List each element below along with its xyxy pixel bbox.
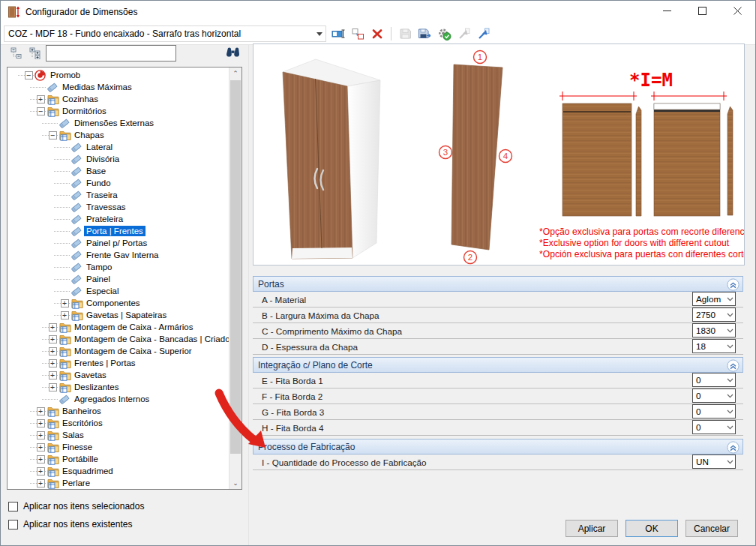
collapse-section-button[interactable] bbox=[727, 359, 740, 372]
scrollbar-thumb[interactable] bbox=[230, 80, 241, 454]
expand-toggle[interactable]: + bbox=[37, 467, 45, 476]
expand-toggle[interactable]: + bbox=[49, 359, 57, 368]
window-title: Configurador de Dimensões bbox=[26, 7, 137, 17]
tree-item[interactable]: +Escritórios bbox=[8, 417, 229, 429]
cancel-button[interactable]: Cancelar bbox=[686, 520, 738, 537]
expand-toggle[interactable]: + bbox=[37, 407, 45, 416]
expand-toggle[interactable]: + bbox=[61, 311, 69, 320]
tree-item[interactable]: Agregados Internos bbox=[8, 393, 229, 405]
tree-item[interactable]: Base bbox=[8, 165, 229, 177]
forward-blue-icon[interactable] bbox=[476, 26, 490, 41]
expand-toggle[interactable]: + bbox=[37, 479, 45, 488]
preset-combobox-value: COZ - MDF 18 - Fundo encaixado - Sarrafo… bbox=[4, 28, 314, 39]
tree-item[interactable]: Traseira bbox=[8, 189, 229, 201]
tree-item[interactable]: +Montagem de Caixa - Armários bbox=[8, 321, 229, 333]
tree-item[interactable]: +Frentes | Portas bbox=[8, 357, 229, 369]
tree-item[interactable]: +Portábille bbox=[8, 453, 229, 465]
expand-toggle[interactable]: − bbox=[25, 71, 33, 80]
apply-button[interactable]: Aplicar bbox=[566, 520, 618, 537]
tree-item[interactable]: +Gavetas | Sapateiras bbox=[8, 309, 229, 321]
expand-toggle[interactable]: + bbox=[61, 299, 69, 308]
duplicate-icon[interactable] bbox=[350, 26, 365, 41]
tree-item[interactable]: +Salas bbox=[8, 429, 229, 441]
tree-item[interactable]: −Promob bbox=[8, 69, 229, 81]
collapse-section-button[interactable] bbox=[727, 441, 740, 454]
chevron-down-icon bbox=[724, 394, 735, 398]
value-dropdown[interactable]: Aglom bbox=[692, 292, 736, 306]
dropdown-value: 0 bbox=[693, 375, 724, 385]
tree-item[interactable]: Porta | Frentes bbox=[8, 225, 229, 237]
tree-item[interactable]: −Dormitórios bbox=[8, 105, 229, 117]
tree-item[interactable]: Medidas Máximas bbox=[8, 81, 229, 93]
tree-item[interactable]: +Montagem de Caixa - Superior bbox=[8, 345, 229, 357]
value-dropdown[interactable]: 18 bbox=[692, 339, 736, 353]
expand-toggle[interactable]: + bbox=[37, 431, 45, 440]
value-dropdown[interactable]: UN bbox=[692, 454, 736, 469]
apply-selected-checkbox-row[interactable]: Aplicar nos itens selecionados bbox=[8, 501, 144, 512]
tree-item[interactable]: Painel p/ Portas bbox=[8, 237, 229, 249]
delete-icon[interactable] bbox=[370, 26, 385, 41]
expand-toggle[interactable]: + bbox=[49, 371, 57, 380]
expand-toggle[interactable]: − bbox=[49, 131, 57, 140]
save-export-icon[interactable] bbox=[417, 26, 432, 41]
expand-all-button[interactable] bbox=[28, 46, 44, 62]
tree-item[interactable]: +Cozinhas bbox=[8, 93, 229, 105]
config-check-icon[interactable] bbox=[436, 26, 452, 41]
expand-toggle[interactable]: + bbox=[37, 455, 45, 464]
tree-search-input[interactable] bbox=[46, 45, 176, 62]
chevron-down-icon bbox=[724, 297, 735, 302]
tree-item[interactable]: Divisória bbox=[8, 153, 229, 165]
minimize-button[interactable] bbox=[650, 1, 685, 23]
collapse-all-button[interactable] bbox=[9, 46, 25, 62]
value-dropdown[interactable]: 0 bbox=[692, 404, 736, 418]
expand-toggle[interactable]: + bbox=[37, 419, 45, 428]
expand-toggle[interactable]: + bbox=[49, 383, 57, 392]
tree-item[interactable]: Frente Gav Interna bbox=[8, 249, 229, 261]
scroll-up-icon[interactable]: ⌃ bbox=[230, 68, 242, 80]
tree-item[interactable]: +Componentes bbox=[8, 297, 229, 309]
expand-toggle[interactable]: + bbox=[37, 95, 45, 104]
value-dropdown[interactable]: 0 bbox=[692, 420, 736, 434]
tree-item[interactable]: Fundo bbox=[8, 177, 229, 189]
close-button[interactable] bbox=[720, 1, 755, 23]
apply-selected-checkbox[interactable] bbox=[8, 502, 18, 512]
tree-item[interactable]: +Deslizantes bbox=[8, 381, 229, 393]
collapse-section-button[interactable] bbox=[727, 278, 740, 291]
tree-scrollbar[interactable]: ⌃ ⌄ bbox=[229, 68, 242, 489]
ok-button[interactable]: OK bbox=[626, 520, 678, 537]
value-dropdown[interactable]: 0 bbox=[692, 388, 736, 403]
value-dropdown[interactable]: 1830 bbox=[692, 323, 736, 338]
tag-icon bbox=[70, 189, 84, 201]
tree-item[interactable]: +Esquadrimed bbox=[8, 465, 229, 477]
tree-item[interactable]: Prateleira bbox=[8, 213, 229, 225]
tree-item[interactable]: +Montagem de Caixa - Bancadas | Criados bbox=[8, 333, 229, 345]
expand-toggle[interactable]: − bbox=[37, 107, 45, 116]
expand-toggle[interactable]: + bbox=[37, 443, 45, 452]
tree-item[interactable]: +Banheiros bbox=[8, 405, 229, 417]
tree-item[interactable]: Tampo bbox=[8, 261, 229, 273]
tree-connector bbox=[58, 153, 70, 165]
expand-toggle[interactable]: + bbox=[49, 323, 57, 332]
rename-icon[interactable] bbox=[331, 26, 346, 41]
tree-item[interactable]: Dimensões Externas bbox=[8, 117, 229, 129]
tree-item[interactable]: +Finesse bbox=[8, 441, 229, 453]
tree-item[interactable]: Especial bbox=[8, 285, 229, 297]
tree-item[interactable]: Painel bbox=[8, 273, 229, 285]
combo-dropdown-arrow-icon[interactable] bbox=[314, 26, 326, 41]
tree-item-label: Frente Gav Interna bbox=[84, 250, 161, 260]
value-dropdown[interactable]: 0 bbox=[692, 373, 736, 387]
expand-toggle[interactable]: + bbox=[49, 347, 57, 356]
value-dropdown[interactable]: 2750 bbox=[692, 308, 736, 322]
maximize-button[interactable] bbox=[685, 1, 720, 23]
tree-item[interactable]: +Perlare bbox=[8, 477, 229, 489]
preset-combobox[interactable]: COZ - MDF 18 - Fundo encaixado - Sarrafo… bbox=[4, 26, 326, 42]
tree-connector bbox=[34, 81, 46, 93]
expand-toggle[interactable]: + bbox=[49, 335, 57, 344]
scroll-down-icon[interactable]: ⌄ bbox=[230, 477, 242, 489]
search-button[interactable] bbox=[224, 46, 242, 61]
tree-item[interactable]: +Gavetas bbox=[8, 369, 229, 381]
tree-item[interactable]: Lateral bbox=[8, 141, 229, 153]
tree-item[interactable]: Travessas bbox=[8, 201, 229, 213]
property-section: PortasA - MaterialAglomB - Largura Máxim… bbox=[253, 276, 743, 355]
tree-item[interactable]: −Chapas bbox=[8, 129, 229, 141]
